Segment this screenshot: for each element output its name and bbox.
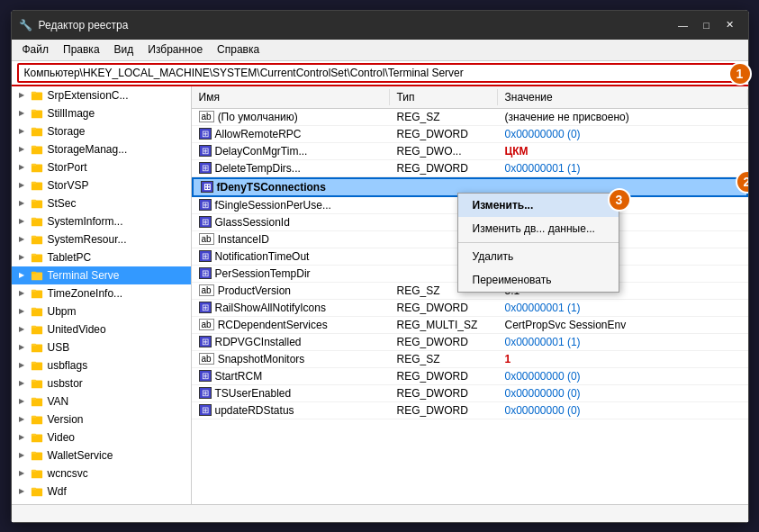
- sidebar-item-ubpm[interactable]: ▶ Ubpm: [12, 302, 191, 320]
- folder-icon: [30, 214, 44, 229]
- cell-value: (значение не присвоено): [498, 109, 748, 125]
- arrow-icon: ▶: [15, 413, 28, 426]
- sidebar-item-walletservice[interactable]: ▶ WalletService: [12, 446, 191, 464]
- table-row[interactable]: ab (По умолчанию) REG_SZ (значение не пр…: [192, 109, 748, 126]
- address-bar: 1: [12, 61, 748, 86]
- sidebar-item-van[interactable]: ▶ VAN: [12, 392, 191, 410]
- sidebar-item-video[interactable]: ▶ Video: [12, 428, 191, 446]
- dw-icon: ⊞: [201, 181, 213, 193]
- cell-type: REG_SZ: [390, 351, 498, 367]
- folder-icon: [30, 466, 44, 481]
- sidebar-item-storagemanag[interactable]: ▶ StorageManag...: [12, 140, 191, 158]
- folder-icon: [30, 178, 44, 193]
- sidebar-label: Video: [48, 431, 75, 444]
- cell-value: 0x00000001 (1): [498, 160, 748, 176]
- address-input[interactable]: [17, 63, 743, 83]
- sidebar-item-usb[interactable]: ▶ USB: [12, 338, 191, 356]
- table-row[interactable]: ⊞ updateRDStatus REG_DWORD 0x00000000 (0…: [192, 402, 748, 419]
- cell-value: 0x00000001 (1): [498, 300, 748, 316]
- cell-type: REG_SZ: [390, 109, 498, 125]
- cell-name: ⊞ DeleteTempDirs...: [192, 160, 390, 176]
- menu-help[interactable]: Справка: [210, 41, 267, 58]
- table-row[interactable]: ⊞ TSUserEnabled REG_DWORD 0x00000000 (0): [192, 385, 748, 402]
- svg-rect-41: [31, 451, 35, 454]
- sidebar-label: USB: [48, 341, 70, 354]
- sidebar-item-systemresour[interactable]: ▶ SystemResour...: [12, 230, 191, 248]
- sidebar-item-usbflags[interactable]: ▶ usbflags: [12, 356, 191, 374]
- menu-file[interactable]: Файл: [15, 41, 57, 58]
- dw-icon: ⊞: [199, 128, 212, 140]
- table-row[interactable]: ⊞ StartRCM REG_DWORD 0x00000000 (0): [192, 368, 748, 385]
- ab-icon: ab: [199, 233, 214, 245]
- svg-rect-45: [31, 487, 35, 490]
- menu-bar: Файл Правка Вид Избранное Справка: [12, 40, 748, 61]
- ctx-rename-label: Переименовать: [473, 274, 552, 286]
- arrow-icon: ▶: [15, 395, 28, 408]
- sidebar-item-terminal-server[interactable]: ▶ Terminal Serve: [12, 266, 191, 284]
- sidebar-item-stsec[interactable]: ▶ StSec: [12, 194, 191, 212]
- folder-icon: [30, 376, 44, 391]
- svg-rect-19: [31, 253, 35, 256]
- folder-icon: [30, 142, 44, 157]
- dw-icon: ⊞: [199, 216, 212, 228]
- sidebar-item-storvsp[interactable]: ▶ StorVSP: [12, 176, 191, 194]
- arrow-icon: ▶: [15, 107, 28, 120]
- sidebar-label: StorPort: [48, 161, 87, 174]
- menu-edit[interactable]: Правка: [56, 41, 107, 58]
- context-menu: Изменить... 3 Изменить дв... данные... У…: [457, 193, 619, 293]
- sidebar-item-unitedvideo[interactable]: ▶ UnitedVideo: [12, 320, 191, 338]
- dw-icon: ⊞: [199, 162, 212, 174]
- minimize-button[interactable]: —: [673, 16, 694, 34]
- sidebar-label: VAN: [48, 395, 69, 408]
- svg-rect-23: [31, 289, 35, 292]
- cell-name: ⊞ AllowRemoteRPC: [192, 126, 390, 142]
- sidebar-item-stillimage[interactable]: ▶ StillImage: [12, 104, 191, 122]
- table-row[interactable]: ⊞ DeleteTempDirs... REG_DWORD 0x00000001…: [192, 160, 748, 177]
- cell-type: REG_DWO...: [390, 143, 498, 159]
- svg-rect-39: [31, 433, 35, 436]
- table-row[interactable]: ⊞ AllowRemoteRPC REG_DWORD 0x00000000 (0…: [192, 126, 748, 143]
- folder-icon: [30, 394, 44, 409]
- table-row[interactable]: ⊞ DelayConMgrTim... REG_DWO... ЦКМ: [192, 143, 748, 160]
- table-row[interactable]: ⊞ RailShowAllNotifyIcons REG_DWORD 0x000…: [192, 300, 748, 317]
- ctx-edit-binary[interactable]: Изменить дв... данные...: [458, 217, 619, 240]
- sidebar-label: UnitedVideo: [48, 323, 106, 336]
- arrow-icon: ▶: [15, 233, 28, 246]
- table-row[interactable]: ab RCDependentServices REG_MULTI_SZ Cert…: [192, 317, 748, 334]
- arrow-icon: ▶: [15, 179, 28, 192]
- close-button[interactable]: ✕: [719, 16, 741, 34]
- sidebar-item-wdf[interactable]: ▶ Wdf: [12, 482, 191, 500]
- svg-rect-17: [31, 235, 35, 238]
- folder-icon: [30, 88, 44, 103]
- sidebar-item-srpextension[interactable]: ▶ SrpExtensionC...: [12, 86, 191, 104]
- ctx-edit-label: Изменить...: [473, 199, 534, 212]
- app-icon: 🔧: [19, 18, 33, 32]
- sidebar-item-systeminform[interactable]: ▶ SystemInform...: [12, 212, 191, 230]
- sidebar-item-timezoneinfo[interactable]: ▶ TimeZoneInfo...: [12, 284, 191, 302]
- sidebar-label: SystemResour...: [48, 233, 127, 246]
- maximize-button[interactable]: □: [696, 16, 718, 34]
- ctx-delete[interactable]: Удалить: [458, 245, 619, 268]
- menu-favorites[interactable]: Избранное: [140, 41, 210, 58]
- sidebar-item-wcncsvc[interactable]: ▶ wcncsvc: [12, 464, 191, 482]
- cell-type: REG_DWORD: [390, 300, 498, 316]
- sidebar-item-storport[interactable]: ▶ StorPort: [12, 158, 191, 176]
- sidebar-item-usbstor[interactable]: ▶ usbstor: [12, 374, 191, 392]
- folder-icon: [30, 358, 44, 373]
- cell-value: 0x00000000 (0): [498, 402, 748, 419]
- cell-value: 0x00000000 (0): [498, 385, 748, 401]
- table-row[interactable]: ab SnapshotMonitors REG_SZ 1: [192, 351, 748, 368]
- ctx-edit[interactable]: Изменить... 3: [458, 194, 619, 217]
- sidebar-item-storage[interactable]: ▶ Storage: [12, 122, 191, 140]
- svg-rect-13: [31, 199, 35, 202]
- col-header-type: Тип: [390, 89, 498, 105]
- folder-icon: [30, 124, 44, 139]
- menu-view[interactable]: Вид: [107, 41, 141, 58]
- table-row[interactable]: ⊞ RDPVGCInstalled REG_DWORD 0x00000001 (…: [192, 334, 748, 351]
- folder-icon: [30, 484, 44, 499]
- sidebar-item-version[interactable]: ▶ Version: [12, 410, 191, 428]
- sidebar-item-tabletpc[interactable]: ▶ TabletPC: [12, 248, 191, 266]
- ab-icon: ab: [199, 319, 214, 330]
- ctx-rename[interactable]: Переименовать: [458, 268, 619, 292]
- svg-rect-7: [31, 145, 35, 148]
